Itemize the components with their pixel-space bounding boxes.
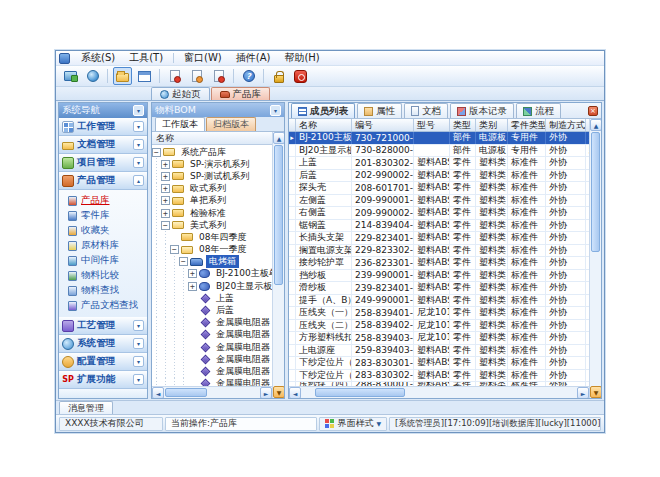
scroll-up-icon[interactable]: ▲ [590, 119, 601, 131]
table-row[interactable]: 搁置电源支架229-823302-00X塑料ABS零件塑料类标准件外协条 [289, 245, 589, 258]
column-header-5[interactable]: 零件类型 [508, 119, 546, 131]
tree-item[interactable]: −08年一季度 [152, 244, 272, 256]
tree-item[interactable]: 金属膜电阻器 [152, 329, 272, 341]
tree-expander-minus-icon[interactable]: − [179, 257, 188, 266]
menu-item-tools[interactable]: 工具(T) [122, 51, 170, 65]
table-row[interactable]: 长插头支架229-823401-00X塑料ABS零件塑料类标准件外协条 [289, 232, 589, 245]
tree-expander-plus-icon[interactable]: + [161, 196, 170, 205]
tree-item[interactable]: 后盖 [152, 304, 272, 316]
chevron-down-icon[interactable]: ▾ [133, 139, 144, 150]
tree-expander-plus-icon[interactable]: + [161, 172, 170, 181]
column-header-4[interactable]: 类别 [476, 119, 508, 131]
chevron-up-icon[interactable]: ▴ [133, 175, 144, 186]
tree-item[interactable]: +BJ20主显示板 [152, 280, 272, 292]
table-row[interactable]: 下纱定位片（右）283-830302-00X塑料ABS零件塑料类标准件外协条 [289, 370, 589, 383]
toolbar-help-button[interactable]: ? [239, 67, 258, 85]
tree-item[interactable]: 金属膜电阻器 [152, 341, 272, 353]
tree-item[interactable]: 金属膜电阻器 [152, 317, 272, 329]
chevron-down-icon[interactable]: ▾ [133, 320, 144, 331]
tree-expander-minus-icon[interactable]: − [152, 148, 161, 157]
scroll-down-icon[interactable]: ▼ [273, 386, 284, 398]
tree-item[interactable]: 金属膜电阻器 [152, 353, 272, 365]
table-row[interactable]: 锯钢盖214-839404-01X塑料ABS零件塑料类标准件外协条 [289, 220, 589, 233]
bom-menu-button[interactable]: ▾ [270, 105, 281, 116]
ui-style-selector[interactable]: 界面样式 ▼ [319, 417, 387, 431]
table-row[interactable]: 挡纱板239-990001-01X塑料ABS零件塑料类标准件外协条 [289, 270, 589, 283]
tree-expander-plus-icon[interactable]: + [161, 184, 170, 193]
table-row[interactable]: 上电源座259-839403-00X塑料ABS零件塑料类标准件外协条 [289, 345, 589, 358]
message-tab[interactable]: 消息管理 [59, 401, 113, 414]
table-row[interactable]: BJ20主显示板730-828000-04X部件电源板专用件外协颗 [289, 145, 589, 158]
menu-item-plugins[interactable]: 插件(A) [229, 51, 278, 65]
panel-close-button[interactable]: × [588, 106, 598, 116]
tab-documents[interactable]: 文档 [404, 103, 448, 118]
scroll-left-icon[interactable]: ◄ [152, 387, 164, 398]
toolbar-window-grid-button[interactable] [135, 67, 154, 85]
bom-tab-working-version[interactable]: 工作版本 [155, 117, 205, 131]
sidebar-item-raw-material-lib[interactable]: 原材料库 [59, 238, 147, 253]
tree-item[interactable]: −电烤箱 [152, 256, 272, 268]
column-header-0[interactable]: 名称 [296, 119, 352, 131]
tree-hscrollbar[interactable]: ◄ ► [152, 386, 272, 398]
table-row[interactable]: 下纱定位片（左）283-830301-00X塑料ABS零件塑料类标准件外协条 [289, 357, 589, 370]
table-vscroll-thumb[interactable] [591, 132, 600, 252]
table-row[interactable]: 方形塑料线扣258-839403-00X尼龙1010零件塑料类标准件外协条 [289, 332, 589, 345]
tree-item[interactable]: 08年四季度 [152, 231, 272, 243]
tree-expander-minus-icon[interactable]: − [161, 221, 170, 230]
doc-tab-product-library[interactable]: 产品库 [211, 87, 271, 100]
table-row[interactable]: ▸BJ-2100主板单点730-721000-12X部件电源板专用件外协颗 [289, 132, 589, 145]
bom-tab-archived-version[interactable]: 归档版本 [206, 117, 256, 131]
tree-item[interactable]: −系统产品库 [152, 146, 272, 158]
tab-workflow[interactable]: 流程 [516, 103, 561, 118]
scroll-left-icon[interactable]: ◄ [289, 387, 301, 398]
tree-item[interactable]: +单把系列 [152, 195, 272, 207]
menu-item-system[interactable]: 系统(S) [74, 51, 122, 65]
table-hscroll-thumb[interactable] [315, 388, 405, 397]
table-row[interactable]: 压线夹（二）258-839402-00X尼龙1010零件塑料类标准件外协条 [289, 320, 589, 333]
scroll-right-icon[interactable]: ► [577, 387, 589, 398]
toolbar-doc-new-button[interactable] [165, 67, 184, 85]
chevron-down-icon[interactable]: ▾ [133, 121, 144, 132]
tree-expander-plus-icon[interactable]: + [188, 282, 197, 291]
table-row[interactable]: 左侧盖209-990001-01X塑料ABS零件塑料类标准件外协条 [289, 195, 589, 208]
nav-section-product[interactable]: 产品管理▴ [59, 172, 147, 190]
tree-vscrollbar[interactable]: ▲ ▼ [272, 132, 284, 398]
chevron-down-icon[interactable]: ▾ [133, 338, 144, 349]
chevron-down-icon[interactable]: ▾ [133, 374, 144, 385]
tree-hscroll-thumb[interactable] [165, 388, 207, 397]
table-row[interactable]: 探头壳208-601701-01X塑料ABS零件塑料类标准件外协条 [289, 182, 589, 195]
tree-expander-plus-icon[interactable]: + [161, 209, 170, 218]
sidebar-item-favorites[interactable]: 收藏夹 [59, 223, 147, 238]
tab-member-list[interactable]: 成员列表 [291, 103, 355, 118]
toolbar-exit-button[interactable] [291, 67, 310, 85]
nav-section-work[interactable]: 工作管理▾ [59, 118, 147, 136]
menu-item-window[interactable]: 窗口(W) [177, 51, 229, 65]
sidebar-item-material-compare[interactable]: 物料比较 [59, 268, 147, 283]
sidebar-item-intermediate-lib[interactable]: 中间件库 [59, 253, 147, 268]
tree-item[interactable]: 上盖 [152, 292, 272, 304]
nav-section-project[interactable]: 项目管理▾ [59, 154, 147, 172]
nav-section-system[interactable]: 系统管理▾ [59, 335, 147, 353]
nav-section-document[interactable]: 文档管理▾ [59, 136, 147, 154]
column-header-1[interactable]: 编号 [352, 119, 414, 131]
table-row[interactable]: 后盖202-990002-01X塑料ABS零件塑料类标准件外协条 [289, 170, 589, 183]
toolbar-lock-button[interactable] [269, 67, 288, 85]
table-row[interactable]: 压线夹（一）258-839401-00X尼龙1010零件塑料类标准件外协条 [289, 307, 589, 320]
table-row[interactable]: 接纱轮护罩236-823301-00X塑料ABS零件塑料类标准件外协条 [289, 257, 589, 270]
toolbar-computer-button[interactable] [61, 67, 80, 85]
tab-attributes[interactable]: 属性 [357, 103, 402, 118]
nav-section-sp-extend[interactable]: SP扩展功能▾ [59, 371, 147, 389]
tree-item[interactable]: 金属膜电阻器 [152, 365, 272, 377]
tree-item[interactable]: +BJ-2100主板单点 [152, 268, 272, 280]
column-header-3[interactable]: 类型 [450, 119, 476, 131]
doc-tab-home[interactable]: 起始页 [151, 87, 210, 100]
scroll-down-icon[interactable]: ▼ [590, 386, 601, 398]
tree-item[interactable]: +SP-测试机系列 [152, 170, 272, 182]
toolbar-globe-button[interactable] [83, 67, 102, 85]
table-row[interactable]: 提手（A、B）249-990001-01X塑料ABS零件塑料类标准件外协条 [289, 295, 589, 308]
scroll-right-icon[interactable]: ► [260, 387, 272, 398]
tree-vscroll-thumb[interactable] [274, 145, 283, 285]
nav-collapse-button[interactable]: ▾ [133, 105, 144, 116]
sidebar-item-material-search[interactable]: 物料查找 [59, 283, 147, 298]
tab-version-history[interactable]: 版本记录 [450, 103, 514, 118]
